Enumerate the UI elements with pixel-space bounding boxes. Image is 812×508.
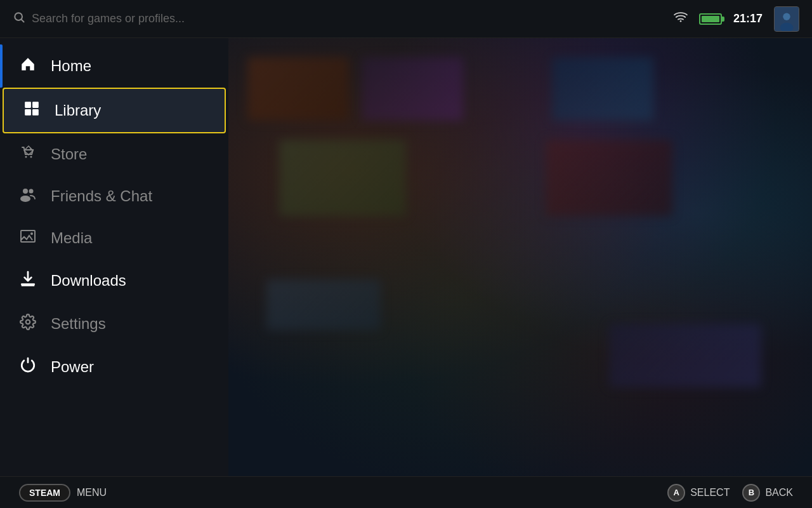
clock: 21:17 [733, 12, 763, 25]
sidebar-item-store[interactable]: Store [0, 133, 228, 175]
search-area[interactable]: Search for games or profiles... [13, 11, 674, 27]
settings-icon [19, 314, 37, 334]
sidebar-label-downloads: Downloads [51, 272, 126, 290]
menu-label: MENU [77, 487, 107, 498]
svg-rect-9 [25, 109, 31, 116]
sidebar-item-settings[interactable]: Settings [0, 302, 228, 345]
bottom-right: A SELECT B BACK [667, 484, 793, 502]
sidebar-label-settings: Settings [51, 315, 106, 333]
svg-rect-6 [775, 7, 799, 31]
a-button[interactable]: A [667, 484, 685, 502]
background-art [228, 38, 812, 476]
b-button-label: B [749, 488, 754, 497]
home-accent [0, 44, 3, 88]
bg-thumb-5 [546, 140, 672, 216]
bg-thumb-1 [247, 57, 349, 121]
sidebar-item-media[interactable]: Media [0, 217, 228, 259]
sidebar-label-friends: Friends & Chat [51, 187, 152, 205]
search-icon [13, 11, 25, 27]
search-placeholder: Search for games or profiles... [32, 12, 185, 25]
svg-point-18 [30, 232, 33, 235]
battery-icon [699, 13, 722, 25]
sidebar-item-downloads[interactable]: Downloads [0, 259, 228, 302]
battery-fill [702, 16, 719, 22]
library-icon [23, 100, 41, 121]
svg-rect-17 [21, 231, 35, 242]
svg-point-14 [23, 189, 28, 194]
bottom-left: STEAM MENU [19, 484, 107, 502]
media-icon [19, 229, 37, 248]
bg-thumb-4 [279, 140, 406, 216]
svg-rect-10 [32, 109, 39, 116]
sidebar: Home Library Store [0, 38, 228, 476]
b-button[interactable]: B [742, 484, 760, 502]
bg-thumb-2 [362, 57, 463, 121]
friends-icon [19, 187, 37, 206]
select-label: SELECT [690, 487, 730, 498]
svg-rect-8 [32, 102, 39, 108]
store-icon [19, 145, 37, 164]
avatar[interactable] [774, 6, 799, 32]
power-icon [19, 357, 37, 377]
b-button-group: B BACK [742, 484, 793, 502]
steam-button[interactable]: STEAM [19, 484, 70, 502]
steam-button-label: STEAM [29, 488, 60, 498]
topbar: Search for games or profiles... 21:17 [0, 0, 812, 38]
home-icon [19, 56, 37, 76]
sidebar-label-library: Library [55, 102, 101, 119]
a-button-group: A SELECT [667, 484, 730, 502]
topbar-right: 21:17 [674, 6, 799, 32]
svg-point-12 [30, 156, 32, 158]
bg-thumb-7 [266, 279, 381, 330]
svg-point-13 [30, 148, 31, 149]
bottombar: STEAM MENU A SELECT B BACK [0, 476, 812, 508]
svg-line-1 [22, 20, 24, 22]
svg-point-16 [20, 196, 30, 202]
sidebar-label-media: Media [51, 229, 92, 247]
wifi-icon [674, 11, 688, 26]
bg-thumb-6 [609, 324, 761, 387]
svg-point-2 [680, 20, 682, 22]
downloads-icon [19, 271, 37, 291]
back-label: BACK [765, 487, 793, 498]
svg-point-15 [29, 189, 34, 194]
sidebar-label-power: Power [51, 358, 94, 376]
svg-rect-7 [25, 102, 31, 108]
sidebar-item-friends[interactable]: Friends & Chat [0, 175, 228, 217]
a-button-label: A [673, 488, 679, 497]
sidebar-item-home[interactable]: Home [0, 44, 228, 88]
sidebar-label-home: Home [51, 57, 91, 75]
sidebar-label-store: Store [51, 145, 87, 163]
sidebar-item-power[interactable]: Power [0, 345, 228, 389]
sidebar-item-library[interactable]: Library [3, 88, 226, 133]
svg-point-11 [25, 156, 27, 158]
bg-thumb-3 [552, 57, 653, 121]
